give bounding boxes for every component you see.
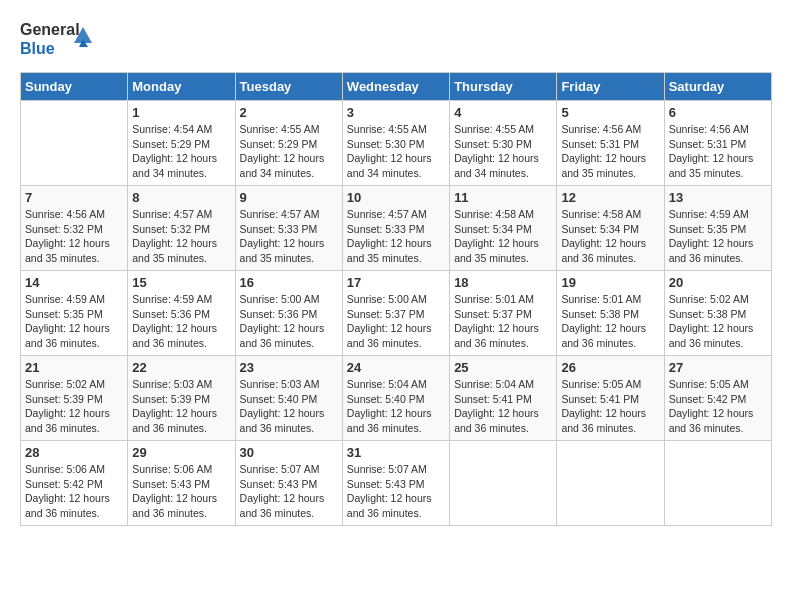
daylight-text: Daylight: 12 hours <box>347 236 445 251</box>
sunrise-text: Sunrise: 5:00 AM <box>240 292 338 307</box>
day-info: Sunrise: 5:00 AMSunset: 5:36 PMDaylight:… <box>240 292 338 351</box>
daylight-text: Daylight: 12 hours <box>454 406 552 421</box>
day-number: 10 <box>347 190 445 205</box>
calendar-week-3: 14Sunrise: 4:59 AMSunset: 5:35 PMDayligh… <box>21 271 772 356</box>
sunrise-text: Sunrise: 4:57 AM <box>347 207 445 222</box>
calendar-cell: 4Sunrise: 4:55 AMSunset: 5:30 PMDaylight… <box>450 101 557 186</box>
daylight-text-cont: and 35 minutes. <box>454 251 552 266</box>
daylight-text-cont: and 36 minutes. <box>240 506 338 521</box>
daylight-text-cont: and 34 minutes. <box>132 166 230 181</box>
day-info: Sunrise: 4:58 AMSunset: 5:34 PMDaylight:… <box>454 207 552 266</box>
calendar-cell: 31Sunrise: 5:07 AMSunset: 5:43 PMDayligh… <box>342 441 449 526</box>
sunrise-text: Sunrise: 4:55 AM <box>240 122 338 137</box>
day-info: Sunrise: 4:54 AMSunset: 5:29 PMDaylight:… <box>132 122 230 181</box>
daylight-text-cont: and 36 minutes. <box>561 251 659 266</box>
sunset-text: Sunset: 5:39 PM <box>25 392 123 407</box>
calendar-cell: 3Sunrise: 4:55 AMSunset: 5:30 PMDaylight… <box>342 101 449 186</box>
calendar-cell: 29Sunrise: 5:06 AMSunset: 5:43 PMDayligh… <box>128 441 235 526</box>
day-number: 15 <box>132 275 230 290</box>
sunrise-text: Sunrise: 4:56 AM <box>25 207 123 222</box>
calendar-week-2: 7Sunrise: 4:56 AMSunset: 5:32 PMDaylight… <box>21 186 772 271</box>
sunrise-text: Sunrise: 5:02 AM <box>669 292 767 307</box>
day-info: Sunrise: 4:59 AMSunset: 5:36 PMDaylight:… <box>132 292 230 351</box>
day-number: 27 <box>669 360 767 375</box>
sunset-text: Sunset: 5:38 PM <box>561 307 659 322</box>
calendar-body: 1Sunrise: 4:54 AMSunset: 5:29 PMDaylight… <box>21 101 772 526</box>
sunset-text: Sunset: 5:42 PM <box>669 392 767 407</box>
sunrise-text: Sunrise: 4:59 AM <box>132 292 230 307</box>
weekday-header-saturday: Saturday <box>664 73 771 101</box>
weekday-header-wednesday: Wednesday <box>342 73 449 101</box>
day-info: Sunrise: 5:04 AMSunset: 5:40 PMDaylight:… <box>347 377 445 436</box>
calendar-cell: 24Sunrise: 5:04 AMSunset: 5:40 PMDayligh… <box>342 356 449 441</box>
daylight-text-cont: and 35 minutes. <box>240 251 338 266</box>
day-info: Sunrise: 5:03 AMSunset: 5:39 PMDaylight:… <box>132 377 230 436</box>
day-number: 12 <box>561 190 659 205</box>
calendar-table: SundayMondayTuesdayWednesdayThursdayFrid… <box>20 72 772 526</box>
calendar-cell: 9Sunrise: 4:57 AMSunset: 5:33 PMDaylight… <box>235 186 342 271</box>
daylight-text-cont: and 35 minutes. <box>132 251 230 266</box>
daylight-text: Daylight: 12 hours <box>454 236 552 251</box>
daylight-text-cont: and 35 minutes. <box>561 166 659 181</box>
calendar-cell: 8Sunrise: 4:57 AMSunset: 5:32 PMDaylight… <box>128 186 235 271</box>
sunrise-text: Sunrise: 4:56 AM <box>561 122 659 137</box>
day-number: 2 <box>240 105 338 120</box>
sunrise-text: Sunrise: 5:03 AM <box>132 377 230 392</box>
daylight-text: Daylight: 12 hours <box>132 236 230 251</box>
sunset-text: Sunset: 5:34 PM <box>561 222 659 237</box>
day-number: 11 <box>454 190 552 205</box>
daylight-text: Daylight: 12 hours <box>669 151 767 166</box>
day-number: 20 <box>669 275 767 290</box>
sunrise-text: Sunrise: 5:03 AM <box>240 377 338 392</box>
day-number: 16 <box>240 275 338 290</box>
calendar-cell <box>557 441 664 526</box>
day-info: Sunrise: 5:02 AMSunset: 5:38 PMDaylight:… <box>669 292 767 351</box>
calendar-cell: 6Sunrise: 4:56 AMSunset: 5:31 PMDaylight… <box>664 101 771 186</box>
calendar-cell: 21Sunrise: 5:02 AMSunset: 5:39 PMDayligh… <box>21 356 128 441</box>
daylight-text-cont: and 36 minutes. <box>25 506 123 521</box>
sunset-text: Sunset: 5:31 PM <box>561 137 659 152</box>
day-number: 14 <box>25 275 123 290</box>
calendar-cell: 25Sunrise: 5:04 AMSunset: 5:41 PMDayligh… <box>450 356 557 441</box>
daylight-text-cont: and 36 minutes. <box>240 336 338 351</box>
day-info: Sunrise: 5:06 AMSunset: 5:43 PMDaylight:… <box>132 462 230 521</box>
daylight-text-cont: and 36 minutes. <box>561 336 659 351</box>
sunset-text: Sunset: 5:43 PM <box>132 477 230 492</box>
day-info: Sunrise: 4:56 AMSunset: 5:32 PMDaylight:… <box>25 207 123 266</box>
calendar-cell: 26Sunrise: 5:05 AMSunset: 5:41 PMDayligh… <box>557 356 664 441</box>
day-number: 23 <box>240 360 338 375</box>
sunset-text: Sunset: 5:29 PM <box>240 137 338 152</box>
daylight-text-cont: and 35 minutes. <box>25 251 123 266</box>
calendar-cell: 13Sunrise: 4:59 AMSunset: 5:35 PMDayligh… <box>664 186 771 271</box>
sunrise-text: Sunrise: 5:06 AM <box>25 462 123 477</box>
day-info: Sunrise: 4:55 AMSunset: 5:30 PMDaylight:… <box>347 122 445 181</box>
day-info: Sunrise: 5:06 AMSunset: 5:42 PMDaylight:… <box>25 462 123 521</box>
sunrise-text: Sunrise: 5:01 AM <box>561 292 659 307</box>
day-info: Sunrise: 5:05 AMSunset: 5:42 PMDaylight:… <box>669 377 767 436</box>
sunset-text: Sunset: 5:43 PM <box>347 477 445 492</box>
day-number: 7 <box>25 190 123 205</box>
calendar-cell: 1Sunrise: 4:54 AMSunset: 5:29 PMDaylight… <box>128 101 235 186</box>
sunset-text: Sunset: 5:37 PM <box>347 307 445 322</box>
sunset-text: Sunset: 5:33 PM <box>347 222 445 237</box>
sunset-text: Sunset: 5:36 PM <box>132 307 230 322</box>
sunset-text: Sunset: 5:41 PM <box>561 392 659 407</box>
logo: General Blue <box>20 20 94 62</box>
calendar-cell <box>21 101 128 186</box>
calendar-week-5: 28Sunrise: 5:06 AMSunset: 5:42 PMDayligh… <box>21 441 772 526</box>
sunrise-text: Sunrise: 5:05 AM <box>669 377 767 392</box>
daylight-text: Daylight: 12 hours <box>25 321 123 336</box>
daylight-text-cont: and 34 minutes. <box>454 166 552 181</box>
daylight-text: Daylight: 12 hours <box>454 321 552 336</box>
calendar-cell: 23Sunrise: 5:03 AMSunset: 5:40 PMDayligh… <box>235 356 342 441</box>
calendar-cell <box>664 441 771 526</box>
calendar-cell: 28Sunrise: 5:06 AMSunset: 5:42 PMDayligh… <box>21 441 128 526</box>
sunrise-text: Sunrise: 5:04 AM <box>454 377 552 392</box>
calendar-cell: 20Sunrise: 5:02 AMSunset: 5:38 PMDayligh… <box>664 271 771 356</box>
day-info: Sunrise: 4:55 AMSunset: 5:29 PMDaylight:… <box>240 122 338 181</box>
day-number: 19 <box>561 275 659 290</box>
day-number: 26 <box>561 360 659 375</box>
day-info: Sunrise: 5:01 AMSunset: 5:37 PMDaylight:… <box>454 292 552 351</box>
day-number: 22 <box>132 360 230 375</box>
daylight-text: Daylight: 12 hours <box>240 491 338 506</box>
